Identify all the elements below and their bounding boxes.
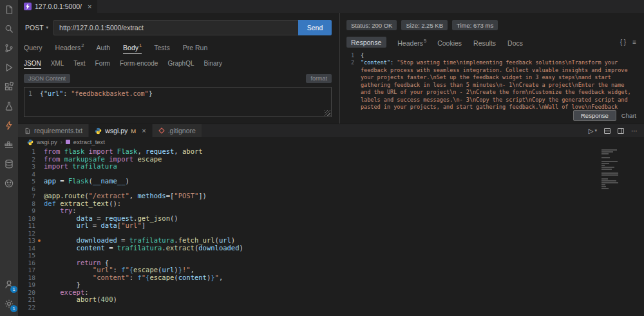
breadcrumb-file[interactable]: wsgi.py	[37, 138, 57, 145]
python-icon	[27, 139, 33, 145]
response-gutter: 1 2	[346, 52, 354, 110]
method-dropdown[interactable]: POST ▾	[24, 24, 53, 32]
resize-handle[interactable]	[325, 110, 330, 116]
request-panel: POST ▾ Send Query Headers2 Auth Body1 Te…	[18, 13, 340, 124]
tab-body[interactable]: Body1	[123, 42, 142, 54]
response-tabs: Response Headers5 Cookies Results Docs {…	[346, 37, 636, 48]
editor-group: requirements.txt wsgi.py M × .gitignore	[18, 124, 644, 316]
url-input[interactable]	[53, 20, 298, 35]
editor-gutter: 12345678910111213141516171819202122	[18, 148, 44, 316]
editor-code: from flask import Flask, request, abortf…	[44, 148, 243, 316]
tab-wsgi-py[interactable]: wsgi.py M ×	[89, 124, 152, 137]
time-badge: Time: 673 ms	[452, 20, 498, 30]
request-body-code: {"url": "feedbackbasket.com"}	[40, 90, 153, 114]
top-tab-bar: 127.0.0.1:5000/ ×	[18, 0, 644, 13]
search-icon[interactable]	[0, 19, 18, 39]
text-file-icon	[24, 127, 31, 135]
tab-tests[interactable]: Tests	[154, 42, 171, 54]
response-status-row: Status: 200 OK Size: 2.25 KB Time: 673 m…	[346, 20, 636, 30]
tab-cookies[interactable]: Cookies	[437, 38, 462, 47]
breadcrumb-symbol[interactable]: extract_text	[73, 138, 105, 145]
method-symbol-icon	[66, 140, 70, 144]
minimap[interactable]	[601, 149, 620, 191]
accounts-icon[interactable]: 1	[0, 275, 18, 294]
run-debug-icon[interactable]	[0, 58, 18, 77]
response-view-button[interactable]: Response	[573, 110, 616, 121]
breadcrumb-separator: ›	[61, 138, 62, 145]
chevron-down-icon: ▾	[46, 25, 49, 30]
response-json: { "content": "Stop wasting time\nimpleme…	[361, 52, 636, 110]
response-body[interactable]: 1 2 { "content": "Stop wasting time\nimp…	[346, 52, 636, 110]
response-panel: Status: 200 OK Size: 2.25 KB Time: 673 m…	[340, 13, 644, 124]
tab-pre-run[interactable]: Pre Run	[183, 42, 209, 54]
thunder-client-logo-icon	[24, 3, 32, 10]
tab-xml[interactable]: XML	[51, 60, 64, 69]
tab-json[interactable]: JSON	[24, 60, 41, 69]
remote-explorer-icon[interactable]	[0, 174, 18, 193]
thunder-client-panel: POST ▾ Send Query Headers2 Auth Body1 Te…	[18, 13, 644, 124]
thunder-client-icon[interactable]	[0, 116, 18, 135]
format-button[interactable]: format	[306, 74, 332, 83]
split-editor-icon[interactable]	[618, 128, 624, 134]
status-badge: Status: 200 OK	[346, 20, 397, 30]
body-type-tabs: JSON XML Text Form Form-encode GraphQL B…	[24, 60, 332, 69]
menu-icon[interactable]: ≡	[632, 39, 636, 46]
docker-icon[interactable]	[0, 135, 18, 154]
tab-form-encode[interactable]: Form-encode	[120, 60, 158, 69]
vscode-window: 1 1 127.0.0.1:5000/ × POST	[0, 0, 644, 316]
tab-label: 127.0.0.1:5000/	[35, 3, 82, 10]
braces-icon[interactable]: { }	[620, 39, 626, 46]
json-content-label: JSON Content	[24, 74, 70, 83]
breadcrumb: wsgi.py › extract_text	[18, 137, 644, 147]
response-line-1: {	[361, 52, 636, 60]
tab-response-headers[interactable]: Headers5	[397, 38, 426, 47]
source-control-icon[interactable]	[0, 39, 18, 58]
close-icon[interactable]: ×	[142, 127, 146, 135]
more-actions-icon[interactable]: ⋯	[631, 127, 638, 135]
python-icon	[95, 127, 102, 135]
response-line-2: "content": "Stop wasting time\nimplement…	[361, 59, 636, 110]
activity-bar: 1 1	[0, 0, 18, 316]
git-icon	[158, 127, 165, 134]
accounts-badge: 1	[10, 286, 17, 293]
size-badge: Size: 2.25 KB	[401, 20, 448, 30]
request-tabs: Query Headers2 Auth Body1 Tests Pre Run	[24, 42, 332, 54]
explorer-icon[interactable]	[0, 0, 18, 19]
editor-actions: ▷▾ ⋯	[589, 124, 644, 137]
tab-thunder-client[interactable]: 127.0.0.1:5000/ ×	[18, 0, 97, 13]
tab-results[interactable]: Results	[473, 38, 497, 47]
tab-text[interactable]: Text	[73, 60, 85, 69]
response-footer: Response Chart	[573, 110, 636, 121]
chevron-down-icon: ▾	[594, 128, 597, 133]
git-modified-badge: M	[131, 127, 136, 135]
chart-view-button[interactable]: Chart	[621, 112, 636, 119]
send-button[interactable]: Send	[298, 20, 332, 35]
extensions-icon[interactable]	[0, 77, 18, 97]
tab-docs[interactable]: Docs	[507, 38, 524, 47]
tab-auth[interactable]: Auth	[96, 42, 111, 54]
close-icon[interactable]: ×	[88, 3, 91, 10]
tab-binary[interactable]: Binary	[204, 60, 222, 69]
run-python-file-button[interactable]: ▷▾	[589, 127, 597, 135]
request-body-editor[interactable]: 1 {"url": "feedbackbasket.com"}	[24, 87, 332, 117]
tab-graphql[interactable]: GraphQL	[167, 60, 194, 69]
settings-gear-icon[interactable]: 1	[0, 294, 18, 313]
code-editor[interactable]: 12345678910111213141516171819202122 from…	[18, 147, 644, 316]
tab-form[interactable]: Form	[95, 60, 110, 69]
tab-requirements-txt[interactable]: requirements.txt	[18, 124, 89, 137]
body-line-number: 1	[28, 90, 32, 114]
open-changes-icon[interactable]	[604, 128, 611, 134]
editor-tab-bar: requirements.txt wsgi.py M × .gitignore	[18, 124, 644, 137]
tab-headers[interactable]: Headers2	[55, 42, 84, 54]
tab-response[interactable]: Response	[346, 37, 386, 48]
testing-beaker-icon[interactable]	[0, 97, 18, 116]
tab-query[interactable]: Query	[24, 42, 43, 54]
tab-gitignore[interactable]: .gitignore	[153, 124, 202, 137]
settings-badge: 1	[10, 305, 17, 312]
method-label: POST	[25, 24, 44, 32]
database-icon[interactable]	[0, 154, 18, 174]
